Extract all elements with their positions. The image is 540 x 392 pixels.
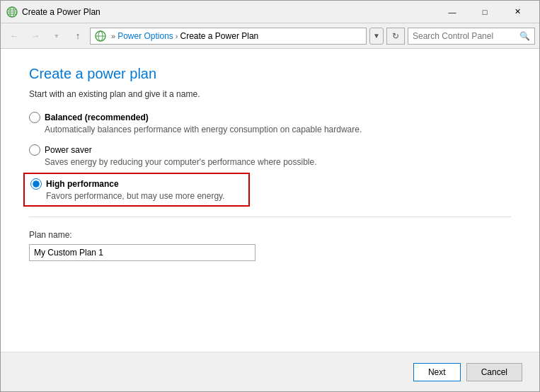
label-power-saver[interactable]: Power saver bbox=[45, 145, 92, 155]
label-balanced[interactable]: Balanced (recommended) bbox=[45, 113, 149, 122]
option-power-saver: Power saver Saves energy by reducing you… bbox=[29, 144, 511, 167]
option-high-performance: High performance Favors performance, but… bbox=[23, 173, 250, 207]
breadcrumb-separator1: » bbox=[111, 32, 115, 40]
page-title: Create a power plan bbox=[29, 66, 511, 82]
search-input[interactable] bbox=[413, 31, 517, 41]
option-balanced: Balanced (recommended) Automatically bal… bbox=[29, 112, 511, 134]
breadcrumb-arrow: › bbox=[176, 32, 178, 40]
desc-high-performance: Favors performance, but may use more ene… bbox=[46, 191, 243, 201]
back-button[interactable]: ← bbox=[5, 27, 23, 45]
minimize-button[interactable]: — bbox=[436, 1, 469, 23]
label-high-performance[interactable]: High performance bbox=[46, 179, 119, 189]
breadcrumb-icon bbox=[95, 30, 106, 42]
search-icon[interactable]: 🔍 bbox=[519, 31, 530, 41]
next-button[interactable]: Next bbox=[413, 363, 461, 381]
page-subtitle: Start with an existing plan and give it … bbox=[29, 89, 511, 99]
address-field[interactable]: » Power Options › Create a Power Plan bbox=[90, 28, 367, 45]
breadcrumb-part2: Create a Power Plan bbox=[180, 31, 259, 41]
window-controls: — □ ✕ bbox=[436, 1, 534, 23]
window-title: Create a Power Plan bbox=[22, 7, 436, 17]
up-button[interactable]: ↑ bbox=[69, 27, 87, 45]
forward-button[interactable]: → bbox=[26, 27, 45, 45]
title-bar: Create a Power Plan — □ ✕ bbox=[1, 1, 539, 23]
cancel-button[interactable]: Cancel bbox=[466, 363, 522, 381]
plan-name-input[interactable] bbox=[29, 244, 255, 261]
window-icon bbox=[6, 6, 18, 18]
radio-power-saver[interactable] bbox=[29, 144, 40, 156]
search-box: 🔍 bbox=[408, 28, 535, 45]
main-content: Create a power plan Start with an existi… bbox=[1, 49, 539, 352]
footer: Next Cancel bbox=[1, 352, 539, 391]
plan-name-label: Plan name: bbox=[29, 230, 511, 240]
refresh-button[interactable]: ↻ bbox=[386, 28, 405, 45]
address-bar: ← → ▼ ↑ » Power Options › Create a Power… bbox=[1, 23, 539, 49]
breadcrumb-part1: Power Options bbox=[117, 31, 173, 41]
desc-balanced: Automatically balances performance with … bbox=[45, 125, 511, 134]
window: Create a Power Plan — □ ✕ ← → ▼ ↑ » Powe… bbox=[0, 0, 540, 392]
power-plan-options: Balanced (recommended) Automatically bal… bbox=[29, 112, 511, 202]
recent-locations-button[interactable]: ▼ bbox=[47, 27, 66, 45]
radio-balanced[interactable] bbox=[29, 112, 40, 123]
plan-name-section: Plan name: bbox=[29, 230, 511, 261]
radio-high-performance[interactable] bbox=[30, 178, 42, 190]
maximize-button[interactable]: □ bbox=[469, 1, 501, 23]
divider bbox=[29, 217, 511, 217]
dropdown-button[interactable]: ▼ bbox=[369, 28, 384, 45]
desc-power-saver: Saves energy by reducing your computer's… bbox=[45, 157, 511, 167]
close-button[interactable]: ✕ bbox=[501, 1, 534, 23]
